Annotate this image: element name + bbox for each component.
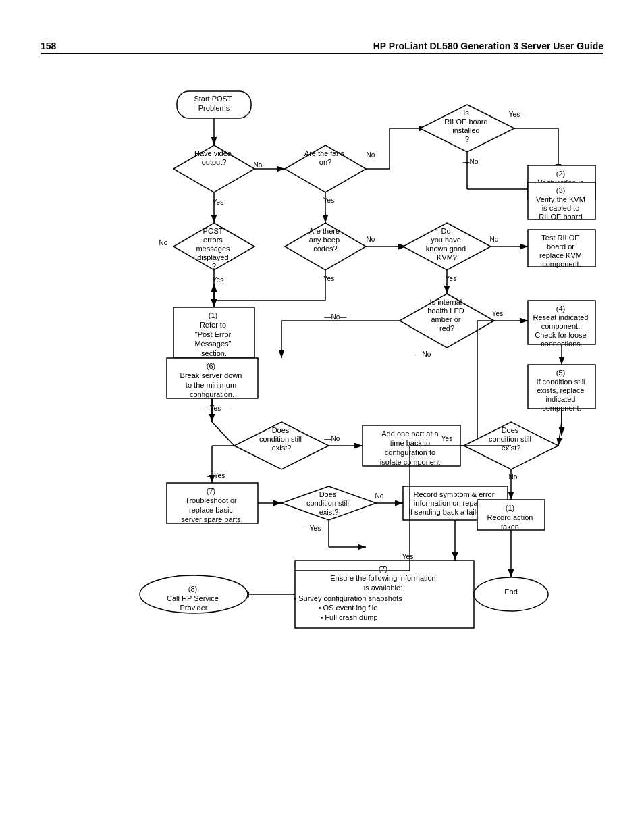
line-break-diamond <box>212 422 234 446</box>
label-yes-does1: —Yes <box>207 472 225 479</box>
flowchart-container: Start POST Problems Have video output? Y… <box>41 78 603 665</box>
label-no-beep: No <box>367 236 375 243</box>
label-no-led: —No <box>416 350 431 358</box>
label-yes-riloe: Yes— <box>509 111 527 118</box>
text-beep: Are there any beep codes? <box>309 227 342 253</box>
flowchart-svg: Start POST Problems Have video output? Y… <box>45 78 599 665</box>
label-no-video: No <box>254 161 263 169</box>
label-no-post-left: No <box>159 239 168 246</box>
label-no-does2: No <box>375 492 384 500</box>
label-yes-does2: —Yes <box>303 525 321 532</box>
text-test-riloe: Test RILOE board or replace KVM componen… <box>539 234 584 268</box>
book-title: HP ProLiant DL580 Generation 3 Server Us… <box>373 41 603 51</box>
header-rule <box>41 53 603 54</box>
label-no-fans: No <box>367 151 375 159</box>
label-no-kvm: No <box>490 236 499 243</box>
header-rule-bottom <box>41 57 603 57</box>
header-row: 158 HP ProLiant DL580 Generation 3 Serve… <box>41 41 603 51</box>
label-no-riloe: —No <box>463 158 479 165</box>
label-yes-break: —Yes— <box>203 405 227 412</box>
label-no-does1: —No <box>325 435 340 442</box>
label-no-does3: No <box>509 473 518 481</box>
text-end: End <box>504 588 518 596</box>
label-yes-led: Yes <box>492 310 503 317</box>
page-container: 158 HP ProLiant DL580 Generation 3 Serve… <box>0 0 644 834</box>
label-yes-does3: Yes <box>441 435 452 442</box>
label-no-main: —No— <box>325 313 347 321</box>
label-yes-ensure: Yes <box>402 553 413 561</box>
page-number: 158 <box>41 41 56 51</box>
